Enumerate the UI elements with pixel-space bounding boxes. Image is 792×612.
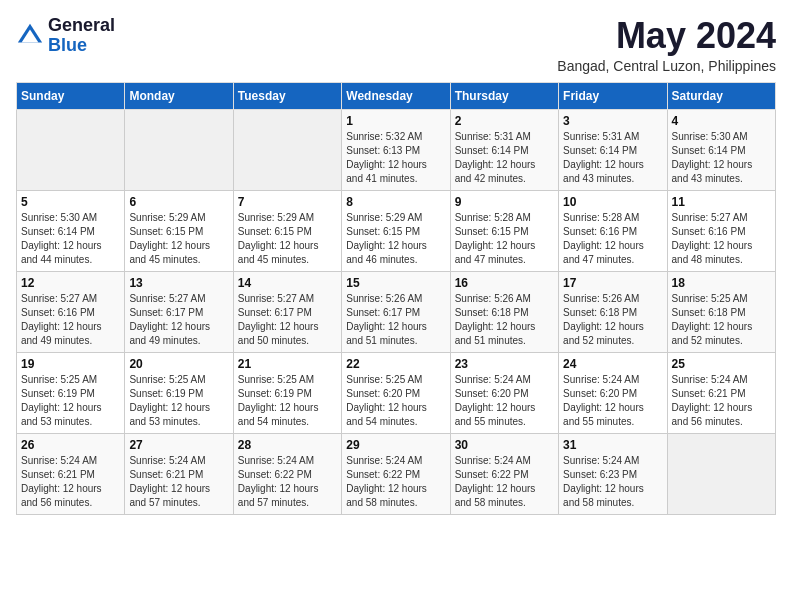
logo: General Blue — [16, 16, 115, 56]
calendar-cell: 4Sunrise: 5:30 AMSunset: 6:14 PMDaylight… — [667, 109, 775, 190]
day-info: Sunrise: 5:28 AMSunset: 6:16 PMDaylight:… — [563, 211, 662, 267]
day-number: 17 — [563, 276, 662, 290]
calendar-cell: 2Sunrise: 5:31 AMSunset: 6:14 PMDaylight… — [450, 109, 558, 190]
calendar-cell — [233, 109, 341, 190]
logo-text: General Blue — [48, 16, 115, 56]
calendar-cell: 7Sunrise: 5:29 AMSunset: 6:15 PMDaylight… — [233, 190, 341, 271]
calendar-cell: 24Sunrise: 5:24 AMSunset: 6:20 PMDayligh… — [559, 352, 667, 433]
day-number: 10 — [563, 195, 662, 209]
weekday-header-row: SundayMondayTuesdayWednesdayThursdayFrid… — [17, 82, 776, 109]
day-info: Sunrise: 5:30 AMSunset: 6:14 PMDaylight:… — [21, 211, 120, 267]
day-info: Sunrise: 5:24 AMSunset: 6:22 PMDaylight:… — [346, 454, 445, 510]
day-info: Sunrise: 5:26 AMSunset: 6:18 PMDaylight:… — [563, 292, 662, 348]
day-info: Sunrise: 5:29 AMSunset: 6:15 PMDaylight:… — [238, 211, 337, 267]
day-number: 8 — [346, 195, 445, 209]
day-number: 19 — [21, 357, 120, 371]
weekday-header: Tuesday — [233, 82, 341, 109]
day-info: Sunrise: 5:27 AMSunset: 6:17 PMDaylight:… — [238, 292, 337, 348]
calendar-cell: 17Sunrise: 5:26 AMSunset: 6:18 PMDayligh… — [559, 271, 667, 352]
calendar-cell: 29Sunrise: 5:24 AMSunset: 6:22 PMDayligh… — [342, 433, 450, 514]
calendar-cell: 31Sunrise: 5:24 AMSunset: 6:23 PMDayligh… — [559, 433, 667, 514]
weekday-header: Friday — [559, 82, 667, 109]
day-info: Sunrise: 5:26 AMSunset: 6:18 PMDaylight:… — [455, 292, 554, 348]
day-info: Sunrise: 5:27 AMSunset: 6:16 PMDaylight:… — [21, 292, 120, 348]
day-number: 16 — [455, 276, 554, 290]
logo-icon — [16, 22, 44, 50]
day-info: Sunrise: 5:27 AMSunset: 6:16 PMDaylight:… — [672, 211, 771, 267]
calendar-cell: 14Sunrise: 5:27 AMSunset: 6:17 PMDayligh… — [233, 271, 341, 352]
calendar-cell: 10Sunrise: 5:28 AMSunset: 6:16 PMDayligh… — [559, 190, 667, 271]
day-info: Sunrise: 5:24 AMSunset: 6:21 PMDaylight:… — [21, 454, 120, 510]
calendar-cell: 11Sunrise: 5:27 AMSunset: 6:16 PMDayligh… — [667, 190, 775, 271]
day-number: 12 — [21, 276, 120, 290]
calendar-cell: 13Sunrise: 5:27 AMSunset: 6:17 PMDayligh… — [125, 271, 233, 352]
calendar-week-row: 1Sunrise: 5:32 AMSunset: 6:13 PMDaylight… — [17, 109, 776, 190]
day-number: 28 — [238, 438, 337, 452]
day-info: Sunrise: 5:24 AMSunset: 6:21 PMDaylight:… — [129, 454, 228, 510]
page-header: General Blue May 2024 Bangad, Central Lu… — [16, 16, 776, 74]
day-number: 22 — [346, 357, 445, 371]
calendar-cell: 27Sunrise: 5:24 AMSunset: 6:21 PMDayligh… — [125, 433, 233, 514]
weekday-header: Monday — [125, 82, 233, 109]
day-info: Sunrise: 5:31 AMSunset: 6:14 PMDaylight:… — [563, 130, 662, 186]
day-number: 3 — [563, 114, 662, 128]
calendar-cell: 28Sunrise: 5:24 AMSunset: 6:22 PMDayligh… — [233, 433, 341, 514]
calendar-cell: 21Sunrise: 5:25 AMSunset: 6:19 PMDayligh… — [233, 352, 341, 433]
calendar-cell: 30Sunrise: 5:24 AMSunset: 6:22 PMDayligh… — [450, 433, 558, 514]
day-info: Sunrise: 5:26 AMSunset: 6:17 PMDaylight:… — [346, 292, 445, 348]
title-block: May 2024 Bangad, Central Luzon, Philippi… — [557, 16, 776, 74]
calendar-cell — [667, 433, 775, 514]
day-number: 23 — [455, 357, 554, 371]
day-number: 6 — [129, 195, 228, 209]
calendar-cell — [17, 109, 125, 190]
calendar-cell: 23Sunrise: 5:24 AMSunset: 6:20 PMDayligh… — [450, 352, 558, 433]
day-number: 29 — [346, 438, 445, 452]
calendar-cell: 1Sunrise: 5:32 AMSunset: 6:13 PMDaylight… — [342, 109, 450, 190]
weekday-header: Wednesday — [342, 82, 450, 109]
day-number: 14 — [238, 276, 337, 290]
calendar-cell: 5Sunrise: 5:30 AMSunset: 6:14 PMDaylight… — [17, 190, 125, 271]
day-info: Sunrise: 5:32 AMSunset: 6:13 PMDaylight:… — [346, 130, 445, 186]
calendar-week-row: 19Sunrise: 5:25 AMSunset: 6:19 PMDayligh… — [17, 352, 776, 433]
day-number: 20 — [129, 357, 228, 371]
day-info: Sunrise: 5:25 AMSunset: 6:20 PMDaylight:… — [346, 373, 445, 429]
calendar-week-row: 26Sunrise: 5:24 AMSunset: 6:21 PMDayligh… — [17, 433, 776, 514]
calendar-cell: 8Sunrise: 5:29 AMSunset: 6:15 PMDaylight… — [342, 190, 450, 271]
calendar-cell: 22Sunrise: 5:25 AMSunset: 6:20 PMDayligh… — [342, 352, 450, 433]
day-number: 24 — [563, 357, 662, 371]
day-number: 21 — [238, 357, 337, 371]
day-number: 18 — [672, 276, 771, 290]
day-info: Sunrise: 5:24 AMSunset: 6:20 PMDaylight:… — [455, 373, 554, 429]
day-number: 1 — [346, 114, 445, 128]
day-info: Sunrise: 5:29 AMSunset: 6:15 PMDaylight:… — [346, 211, 445, 267]
day-info: Sunrise: 5:25 AMSunset: 6:19 PMDaylight:… — [238, 373, 337, 429]
day-info: Sunrise: 5:25 AMSunset: 6:19 PMDaylight:… — [129, 373, 228, 429]
calendar-cell: 19Sunrise: 5:25 AMSunset: 6:19 PMDayligh… — [17, 352, 125, 433]
calendar-cell: 6Sunrise: 5:29 AMSunset: 6:15 PMDaylight… — [125, 190, 233, 271]
day-info: Sunrise: 5:24 AMSunset: 6:23 PMDaylight:… — [563, 454, 662, 510]
logo-blue: Blue — [48, 35, 87, 55]
day-info: Sunrise: 5:29 AMSunset: 6:15 PMDaylight:… — [129, 211, 228, 267]
day-number: 31 — [563, 438, 662, 452]
day-info: Sunrise: 5:24 AMSunset: 6:21 PMDaylight:… — [672, 373, 771, 429]
day-number: 4 — [672, 114, 771, 128]
weekday-header: Sunday — [17, 82, 125, 109]
day-info: Sunrise: 5:24 AMSunset: 6:22 PMDaylight:… — [455, 454, 554, 510]
day-number: 26 — [21, 438, 120, 452]
day-number: 27 — [129, 438, 228, 452]
weekday-header: Saturday — [667, 82, 775, 109]
day-info: Sunrise: 5:25 AMSunset: 6:18 PMDaylight:… — [672, 292, 771, 348]
calendar-cell: 16Sunrise: 5:26 AMSunset: 6:18 PMDayligh… — [450, 271, 558, 352]
calendar-cell: 26Sunrise: 5:24 AMSunset: 6:21 PMDayligh… — [17, 433, 125, 514]
month-title: May 2024 — [557, 16, 776, 56]
day-info: Sunrise: 5:24 AMSunset: 6:20 PMDaylight:… — [563, 373, 662, 429]
day-info: Sunrise: 5:28 AMSunset: 6:15 PMDaylight:… — [455, 211, 554, 267]
day-info: Sunrise: 5:27 AMSunset: 6:17 PMDaylight:… — [129, 292, 228, 348]
weekday-header: Thursday — [450, 82, 558, 109]
calendar-cell: 18Sunrise: 5:25 AMSunset: 6:18 PMDayligh… — [667, 271, 775, 352]
day-info: Sunrise: 5:30 AMSunset: 6:14 PMDaylight:… — [672, 130, 771, 186]
day-number: 9 — [455, 195, 554, 209]
calendar-cell: 9Sunrise: 5:28 AMSunset: 6:15 PMDaylight… — [450, 190, 558, 271]
calendar-cell: 20Sunrise: 5:25 AMSunset: 6:19 PMDayligh… — [125, 352, 233, 433]
calendar-table: SundayMondayTuesdayWednesdayThursdayFrid… — [16, 82, 776, 515]
